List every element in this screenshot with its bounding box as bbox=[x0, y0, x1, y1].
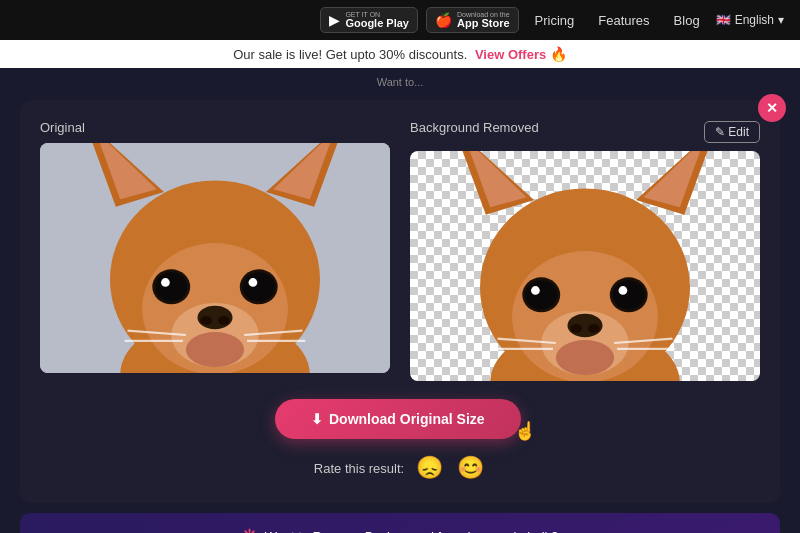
svg-point-17 bbox=[249, 278, 258, 287]
svg-point-33 bbox=[588, 324, 600, 333]
original-dog-image bbox=[40, 143, 390, 373]
svg-point-32 bbox=[570, 324, 582, 333]
action-row: ⬇ Download Original Size ☝ bbox=[40, 399, 760, 439]
images-section: Original bbox=[40, 120, 760, 381]
navbar: ▶ GET IT ON Google Play 🍎 Download on th… bbox=[0, 0, 800, 40]
flag-icon: 🇬🇧 bbox=[716, 13, 731, 27]
google-play-icon: ▶ bbox=[329, 12, 340, 28]
app-store-bottom-text: App Store bbox=[457, 18, 510, 29]
edit-button[interactable]: ✎ Edit bbox=[704, 121, 760, 143]
apple-icon: 🍎 bbox=[435, 12, 452, 28]
svg-point-16 bbox=[243, 273, 275, 302]
original-label: Original bbox=[40, 120, 390, 135]
sale-text: Our sale is live! Get upto 30% discounts… bbox=[233, 47, 467, 62]
blog-link[interactable]: Blog bbox=[666, 13, 708, 28]
original-panel: Original bbox=[40, 120, 390, 373]
happy-rating-button[interactable]: 😊 bbox=[455, 453, 486, 483]
bg-removed-label: Background Removed bbox=[410, 120, 539, 135]
svg-point-18 bbox=[186, 332, 244, 367]
language-label: English bbox=[735, 13, 774, 27]
svg-point-10 bbox=[200, 316, 212, 325]
svg-point-36 bbox=[531, 286, 540, 295]
original-image-container bbox=[40, 143, 390, 373]
download-button[interactable]: ⬇ Download Original Size bbox=[275, 399, 521, 439]
svg-point-38 bbox=[613, 281, 645, 310]
download-label: Download Original Size bbox=[329, 411, 485, 427]
app-store-button[interactable]: 🍎 Download on the App Store bbox=[426, 7, 519, 33]
bg-removed-panel: Background Removed ✎ Edit bbox=[410, 120, 760, 381]
rating-label: Rate this result: bbox=[314, 461, 404, 476]
svg-point-39 bbox=[619, 286, 628, 295]
pricing-link[interactable]: Pricing bbox=[527, 13, 583, 28]
language-selector[interactable]: 🇬🇧 English ▾ bbox=[716, 13, 784, 27]
main-content: ✕ Original bbox=[20, 100, 780, 503]
download-icon: ⬇ bbox=[311, 411, 323, 427]
sad-rating-button[interactable]: 😞 bbox=[414, 453, 445, 483]
google-play-bottom-text: Google Play bbox=[345, 18, 409, 29]
features-link[interactable]: Features bbox=[590, 13, 657, 28]
fire-icon: 🔥 bbox=[550, 46, 567, 62]
google-play-button[interactable]: ▶ GET IT ON Google Play bbox=[320, 7, 418, 33]
promo-text: Want to Remove Background from Images in… bbox=[265, 529, 559, 534]
promo-icon: ❋ bbox=[242, 525, 257, 533]
close-button[interactable]: ✕ bbox=[758, 94, 786, 122]
bg-removed-header: Background Removed ✎ Edit bbox=[410, 120, 760, 143]
chevron-down-icon: ▾ bbox=[778, 13, 784, 27]
svg-point-40 bbox=[556, 340, 614, 375]
bg-removed-dog-image bbox=[410, 151, 760, 381]
view-offers-link[interactable]: View Offers bbox=[475, 47, 546, 62]
rating-row: Rate this result: 😞 😊 bbox=[40, 453, 760, 483]
svg-point-14 bbox=[161, 278, 170, 287]
top-hint-text: Want to... bbox=[0, 74, 800, 90]
svg-point-11 bbox=[218, 316, 230, 325]
sale-banner: Our sale is live! Get upto 30% discounts… bbox=[0, 40, 800, 68]
bg-removed-image-container bbox=[410, 151, 760, 381]
svg-point-35 bbox=[525, 281, 557, 310]
svg-point-13 bbox=[155, 273, 187, 302]
promo-bar: ❋ Want to Remove Background from Images … bbox=[20, 513, 780, 533]
